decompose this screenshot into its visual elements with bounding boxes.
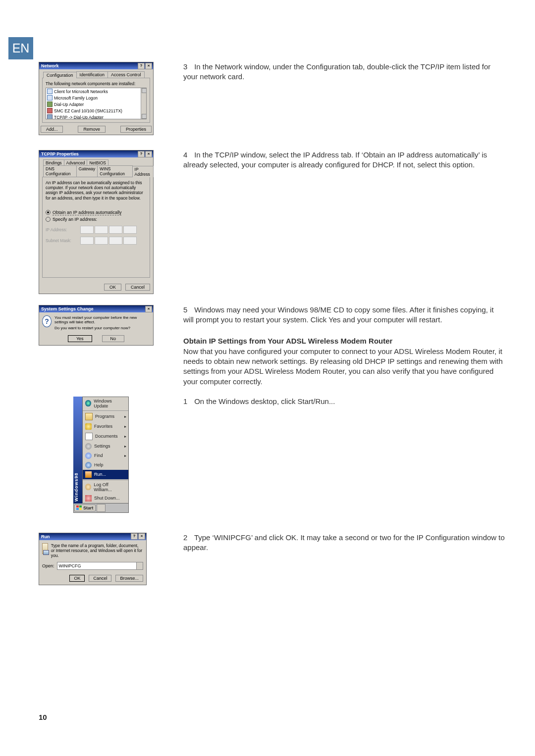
radio-auto-label: Obtain an IP address automatically [53, 210, 121, 215]
document-icon [85, 433, 93, 440]
step-number: 4 [183, 150, 192, 160]
components-label: The following network components are ins… [46, 81, 147, 86]
list-item[interactable]: Client for Microsoft Networks [46, 88, 146, 95]
restart-line1: You must restart your computer before th… [54, 315, 150, 324]
list-item[interactable]: Microsoft Family Logon [46, 95, 146, 101]
step-text: In the Network window, under the Configu… [183, 62, 490, 81]
remove-button[interactable]: Remove [78, 126, 106, 133]
start-item-documents[interactable]: Documents▸ [83, 431, 128, 442]
scrollbar[interactable] [141, 88, 146, 119]
start-item-find[interactable]: Find▸ [83, 451, 128, 460]
shutdown-icon [85, 495, 92, 502]
cancel-button[interactable]: Cancel [125, 284, 150, 291]
ok-button[interactable]: OK [104, 284, 121, 291]
run-icon [85, 471, 92, 478]
add-button[interactable]: Add... [41, 126, 63, 133]
tab-gateway[interactable]: Gateway [76, 165, 98, 177]
folder-icon [85, 413, 93, 420]
close-icon[interactable]: × [145, 63, 152, 69]
tab-configuration[interactable]: Configuration [43, 72, 77, 78]
start-item-run[interactable]: Run... [83, 470, 128, 479]
step-text: Type ‘WINIPCFG’ and click OK. It may tak… [183, 533, 505, 552]
start-item-logoff[interactable]: Log Off William... [83, 480, 128, 494]
chevron-right-icon: ▸ [124, 454, 126, 458]
step-number: 2 [183, 533, 192, 543]
help-icon[interactable]: ? [131, 533, 138, 540]
subnet-mask-field [80, 237, 137, 245]
no-button[interactable]: No [102, 335, 125, 342]
close-icon[interactable]: × [138, 533, 145, 540]
restart-line2: Do you want to restart your computer now… [54, 326, 150, 330]
list-item[interactable]: Dial-Up Adapter [46, 101, 146, 107]
components-list[interactable]: Client for Microsoft Networks Microsoft … [46, 88, 147, 119]
close-icon[interactable]: × [145, 306, 152, 312]
nic-icon [47, 108, 53, 113]
start-item-windows-update[interactable]: Windows Update [83, 397, 128, 410]
step-number: 5 [183, 305, 192, 315]
radio-auto[interactable]: Obtain an IP address automatically [46, 210, 147, 215]
open-input[interactable]: WINIPCFG [57, 562, 143, 570]
start-button[interactable]: Start [74, 504, 96, 511]
restart-dialog: System Settings Change × ? You must rest… [39, 305, 154, 346]
step-text: On the Windows desktop, click Start/Run.… [194, 397, 335, 405]
tcpip-title: TCP/IP Properties [41, 151, 79, 156]
star-icon [85, 423, 92, 430]
start-item-programs[interactable]: Programs▸ [83, 410, 128, 422]
radio-specify[interactable]: Specify an IP address: [46, 217, 147, 222]
tab-ip-address[interactable]: IP Address [132, 166, 154, 177]
ip-address-label: IP Address: [46, 227, 80, 232]
language-tab: EN [8, 37, 33, 59]
client-icon [47, 89, 53, 94]
open-label: Open: [42, 563, 54, 568]
start-item-help[interactable]: Help [83, 460, 128, 470]
chevron-right-icon: ▸ [124, 444, 126, 449]
step-number: 3 [183, 62, 192, 72]
section-title: Obtain IP Settings from Your ADSL Wirele… [183, 336, 505, 346]
globe-icon [85, 400, 91, 406]
run-title: Run [41, 534, 50, 539]
search-icon [85, 453, 92, 459]
list-item[interactable]: SMC EZ Card 10/100 (SMC1211TX) [46, 107, 146, 114]
tab-access-control[interactable]: Access Control [107, 71, 145, 78]
radio-dot-icon [46, 210, 51, 215]
client-icon [47, 95, 53, 101]
run-blurb: Type the name of a program, folder, docu… [51, 543, 143, 558]
subnet-mask-label: Subnet Mask: [46, 238, 80, 243]
adapter-icon [47, 101, 53, 107]
tab-dns[interactable]: DNS Configuration [43, 165, 77, 177]
network-title: Network [41, 63, 59, 68]
start-side-brand: Windows98 [73, 397, 82, 504]
page-number: 10 [39, 713, 47, 721]
help-icon[interactable]: ? [138, 63, 145, 69]
close-icon[interactable]: × [145, 151, 152, 157]
properties-button[interactable]: Properties [120, 126, 152, 133]
network-titlebar: Network ? × [39, 62, 153, 69]
dropdown-icon[interactable] [136, 562, 143, 569]
tab-identification[interactable]: Identification [76, 71, 108, 78]
chevron-right-icon: ▸ [124, 424, 126, 429]
chevron-right-icon: ▸ [124, 414, 126, 419]
run-app-icon [42, 543, 48, 554]
section-text: Now that you have configured your comput… [183, 347, 505, 387]
list-item[interactable]: TCP/IP -> Dial-Up Adapter [46, 114, 146, 119]
yes-button[interactable]: Yes [68, 335, 92, 342]
browse-button[interactable]: Browse... [115, 575, 143, 582]
cancel-button[interactable]: Cancel [89, 575, 111, 582]
help-icon[interactable]: ? [138, 151, 145, 157]
step-text: In the TCP/IP window, select the IP Addr… [183, 151, 487, 169]
radio-dot-icon [46, 217, 51, 222]
start-item-shutdown[interactable]: Shut Down... [83, 494, 128, 503]
step-number: 1 [183, 397, 192, 406]
windows-flag-icon [76, 505, 82, 510]
start-item-settings[interactable]: Settings▸ [83, 442, 128, 451]
ip-address-field [80, 226, 137, 234]
run-titlebar: Run ? × [39, 533, 146, 540]
help-icon [85, 462, 92, 468]
restart-titlebar: System Settings Change × [39, 305, 153, 312]
start-item-favorites[interactable]: Favorites▸ [83, 422, 128, 431]
quick-launch-icon[interactable] [97, 504, 106, 512]
ok-button[interactable]: OK [69, 575, 85, 582]
tab-wins[interactable]: WINS Configuration [97, 165, 132, 177]
gear-icon [85, 443, 92, 450]
network-window: Network ? × Configuration Identification… [39, 62, 154, 135]
